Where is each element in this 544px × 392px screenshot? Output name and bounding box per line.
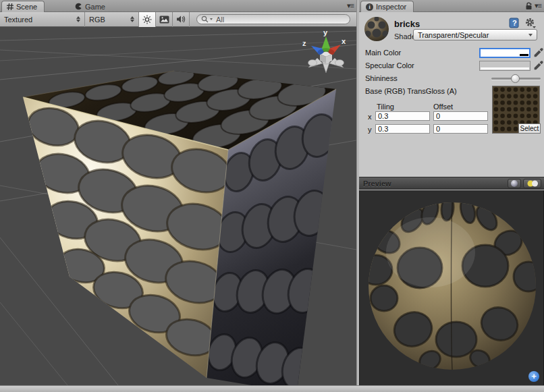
shininess-thumb[interactable] (511, 74, 520, 83)
scene-grid-icon (7, 3, 13, 10)
gizmo-y-label: y (323, 28, 328, 36)
scene-3d-viewport[interactable]: y x z (0, 27, 356, 385)
search-filter-value: All (216, 16, 224, 24)
help-icon[interactable]: ? (509, 18, 520, 28)
gizmo-z-label: z (302, 39, 306, 47)
image-icon (159, 16, 169, 24)
specular-color-alpha-bar (481, 67, 529, 69)
tab-inspector-label: Inspector (376, 3, 406, 11)
main-color-swatch[interactable] (479, 48, 531, 58)
scene-pane-menu-icon[interactable]: ▾≡ (347, 1, 354, 10)
scene-skybox-toggle[interactable] (156, 12, 173, 27)
channel-mode-dropdown[interactable]: RGB (85, 12, 139, 27)
inspector-pane-menu-icon[interactable]: ▾≡ (535, 1, 541, 10)
shader-dropdown-value: Transparent/Specular (418, 31, 489, 39)
axis-y-label: y (368, 125, 372, 134)
main-color-alpha-bar (481, 54, 528, 56)
updown-arrows-icon (130, 16, 134, 22)
status-bar (0, 385, 544, 392)
inspector-tabbar: i Inspector ▾≡ (359, 0, 544, 12)
material-name: bricks (394, 19, 420, 29)
tiling-header: Tiling (377, 103, 394, 111)
info-icon: i (366, 3, 373, 11)
sphere-icon (508, 179, 520, 188)
scene-render: y x z (0, 27, 356, 385)
scene-tabbar: Scene Game ▾≡ (0, 0, 356, 12)
select-texture-button[interactable]: Select (518, 123, 541, 134)
preview-zoom-button[interactable]: + (528, 371, 539, 382)
two-lights-icon (525, 179, 540, 188)
scene-audio-toggle[interactable] (173, 12, 190, 27)
material-preview-icon (363, 16, 390, 43)
preview-sphere-render (360, 190, 543, 385)
search-icon (201, 16, 209, 23)
tiling-y-field[interactable] (375, 124, 430, 134)
scene-panel: Scene Game ▾≡ Textured RGB (0, 0, 357, 385)
offset-header: Offset (433, 103, 453, 111)
inspector-panel: i Inspector ▾≡ bricks Shader Tra (359, 0, 544, 385)
shininess-label: Shininess (365, 74, 398, 82)
updown-arrows-icon (76, 16, 80, 22)
draw-mode-value: Textured (4, 16, 32, 24)
preview-light-toggle[interactable] (523, 179, 541, 188)
base-map-label: Base (RGB) TransGloss (A) (365, 87, 457, 95)
tab-scene[interactable]: Scene (1, 1, 45, 12)
sun-icon (142, 15, 152, 24)
preview-title: Preview (363, 179, 391, 188)
search-filter-caret-icon[interactable] (210, 18, 213, 20)
axis-x-label: x (368, 113, 372, 121)
gizmo-y-axis[interactable] (321, 36, 331, 52)
eyedropper-icon[interactable] (533, 60, 543, 71)
offset-y-field[interactable] (433, 124, 488, 134)
specular-color-swatch[interactable] (479, 61, 531, 71)
svg-text:?: ? (512, 19, 517, 27)
scene-lighting-toggle[interactable] (139, 12, 156, 27)
preview-header[interactable]: Preview (359, 177, 544, 190)
tab-game[interactable]: Game (70, 1, 112, 12)
speaker-icon (176, 15, 186, 24)
shader-dropdown[interactable]: Transparent/Specular (413, 29, 537, 40)
channel-mode-value: RGB (89, 16, 105, 24)
lock-icon[interactable] (525, 2, 533, 10)
material-preview-viewport[interactable]: + (359, 190, 544, 385)
gear-icon[interactable] (525, 18, 536, 28)
cube-object[interactable] (23, 66, 341, 385)
gizmo-x-label: x (342, 37, 346, 45)
specular-color-label: Specular Color (365, 61, 414, 69)
main-color-label: Main Color (365, 49, 401, 57)
shininess-slider[interactable] (491, 78, 541, 80)
tiling-x-field[interactable] (375, 111, 430, 121)
scene-toolbar: Textured RGB (0, 12, 356, 27)
preview-mesh-button[interactable] (508, 179, 521, 188)
chevron-down-icon (528, 34, 533, 36)
tab-game-label: Game (85, 3, 105, 11)
tab-inspector[interactable]: i Inspector (360, 1, 414, 12)
eyedropper-icon[interactable] (533, 47, 543, 58)
scene-search-input[interactable]: All (196, 14, 350, 24)
offset-x-field[interactable] (433, 111, 488, 121)
select-button-label: Select (520, 125, 539, 132)
game-icon (75, 3, 82, 10)
draw-mode-dropdown[interactable]: Textured (0, 12, 85, 27)
tab-scene-label: Scene (16, 3, 37, 11)
